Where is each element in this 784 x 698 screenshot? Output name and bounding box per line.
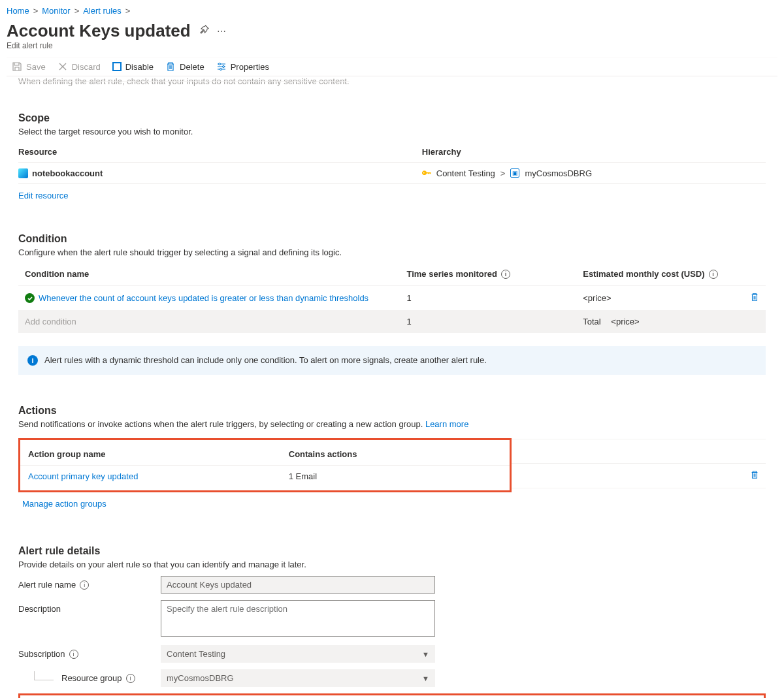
edit-resource-link[interactable]: Edit resource (18, 191, 69, 200)
hierarchy-subscription: Content Testing (436, 168, 495, 178)
chevron-right-icon: > (33, 6, 39, 16)
info-banner-text: Alert rules with a dynamic threshold can… (44, 355, 487, 365)
description-label: Description (18, 604, 61, 614)
chevron-right-icon: > (500, 168, 506, 178)
svg-point-2 (220, 69, 221, 71)
actions-desc: Send notifications or invoke actions whe… (18, 419, 766, 429)
chevron-down-icon: ▼ (422, 650, 429, 658)
condition-cost-value: <price> (583, 293, 744, 303)
info-icon[interactable]: i (80, 580, 89, 590)
col-resource: Resource (18, 142, 422, 163)
details-heading: Alert rule details (18, 545, 766, 557)
alert-rule-name-label: Alert rule name (18, 580, 76, 590)
scope-heading: Scope (18, 112, 766, 124)
breadcrumb: Home > Monitor > Alert rules > (7, 3, 777, 18)
breadcrumb-alert-rules[interactable]: Alert rules (83, 6, 122, 16)
condition-total-ts: 1 (406, 317, 583, 326)
col-estimated-cost: Estimated monthly cost (USD) (583, 269, 704, 279)
actions-heading: Actions (18, 405, 766, 417)
resource-name: notebookaccount (32, 168, 103, 178)
condition-total-cost: <price> (611, 317, 639, 326)
properties-button[interactable]: Properties (216, 61, 269, 72)
chevron-down-icon: ▼ (422, 674, 429, 682)
tree-connector-icon (34, 671, 54, 680)
breadcrumb-home[interactable]: Home (7, 6, 29, 16)
col-condition-name: Condition name (25, 269, 406, 279)
hierarchy-resource-group: myCosmosDBRG (525, 168, 592, 178)
save-icon (12, 61, 22, 72)
subscription-label: Subscription (18, 649, 65, 659)
info-icon[interactable]: i (709, 270, 718, 279)
alert-rule-name-field (161, 576, 435, 594)
condition-ts-value: 1 (406, 293, 583, 303)
add-condition-disabled: Add condition (25, 317, 406, 326)
resource-group-icon: ▣ (510, 168, 519, 178)
trash-icon (165, 61, 176, 72)
chevron-right-icon: > (74, 6, 80, 16)
cosmos-db-icon (18, 168, 28, 178)
sliders-icon (216, 61, 227, 72)
chevron-right-icon: > (125, 6, 131, 16)
pin-icon[interactable] (199, 25, 209, 37)
col-time-series: Time series monitored (406, 269, 497, 279)
save-button[interactable]: Save (12, 61, 46, 72)
condition-link[interactable]: Whenever the count of account keys updat… (39, 293, 368, 303)
page-title: Account Keys updated (7, 21, 191, 41)
description-field[interactable] (161, 600, 435, 637)
action-group-link[interactable]: Account primary key updated (28, 471, 138, 481)
info-icon[interactable]: i (69, 650, 78, 659)
key-icon: 🔑︎ (422, 168, 431, 178)
action-contains-value: 1 Email (289, 471, 502, 481)
scope-desc: Select the target resource you wish to m… (18, 127, 766, 136)
discard-button[interactable]: Discard (57, 61, 101, 72)
info-icon[interactable]: i (126, 674, 135, 683)
subscription-select: Content Testing ▼ (161, 645, 435, 663)
toolbar: Save Discard Disable Delete Properties (7, 57, 777, 76)
condition-total-label: Total (583, 317, 600, 326)
square-icon (112, 62, 122, 71)
close-icon (57, 61, 68, 72)
info-banner: i Alert rules with a dynamic threshold c… (18, 346, 766, 375)
more-icon[interactable]: ⋯ (217, 26, 226, 37)
info-icon: i (27, 355, 38, 366)
manage-action-groups-link[interactable]: Manage action groups (22, 499, 106, 509)
truncated-info: When defining the alert rule, check that… (18, 76, 350, 86)
col-hierarchy: Hierarchy (422, 142, 766, 163)
delete-condition-button[interactable] (750, 294, 759, 304)
condition-desc: Configure when the alert rule should tri… (18, 247, 766, 257)
condition-heading: Condition (18, 233, 766, 245)
col-action-group-name: Action group name (28, 449, 289, 459)
info-icon[interactable]: i (501, 270, 510, 279)
resource-group-select: myCosmosDBRG ▼ (161, 669, 435, 687)
breadcrumb-monitor[interactable]: Monitor (42, 6, 70, 16)
severity-highlighted-box: Severity * i 0 - Critical ▼ (18, 693, 766, 698)
resource-group-label: Resource group (61, 673, 122, 683)
check-circle-icon (25, 293, 35, 303)
page-subtitle: Edit alert rule (7, 41, 777, 50)
scope-table: Resource Hierarchy notebookaccount 🔑︎ (18, 142, 766, 184)
col-contains-actions: Contains actions (289, 449, 502, 459)
delete-action-group-button[interactable] (750, 470, 759, 481)
svg-point-0 (218, 63, 220, 65)
condition-table: Condition name Time series monitored i E… (18, 262, 766, 333)
learn-more-link[interactable]: Learn more (425, 419, 468, 429)
actions-highlighted-box: Action group name Contains actions Accou… (18, 438, 512, 492)
disable-button[interactable]: Disable (112, 62, 154, 72)
delete-button[interactable]: Delete (165, 61, 204, 72)
svg-point-1 (222, 66, 224, 68)
details-desc: Provide details on your alert rule so th… (18, 560, 766, 569)
